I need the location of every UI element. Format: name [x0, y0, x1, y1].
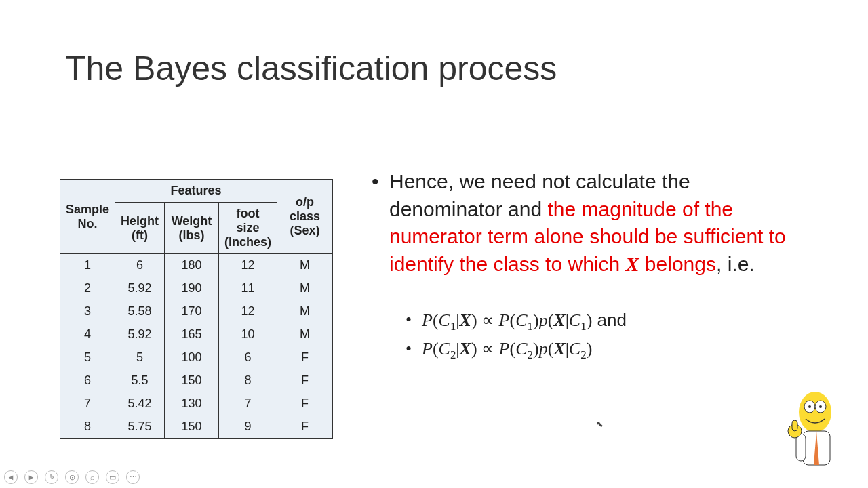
text-part-3: , i.e. [716, 253, 755, 275]
cell-weight: 130 [165, 392, 219, 415]
cell-no: 2 [60, 277, 115, 300]
col-foot: foot size (inches) [219, 203, 277, 254]
cell-foot: 9 [219, 415, 277, 439]
pen-tool-button[interactable]: ✎ [45, 470, 58, 484]
col-sample: Sample No. [60, 180, 115, 254]
cell-foot: 12 [219, 300, 277, 323]
col-weight: Weight (lbs) [165, 203, 219, 254]
next-slide-button[interactable]: ► [24, 470, 38, 484]
cell-no: 3 [60, 300, 115, 323]
cell-no: 6 [60, 369, 115, 392]
cell-foot: 7 [219, 392, 277, 415]
cell-no: 1 [60, 254, 115, 277]
cell-cls: F [277, 369, 333, 392]
cell-height: 5.75 [115, 415, 165, 439]
table-row: 45.9216510M [60, 323, 333, 346]
cell-height: 5 [115, 346, 165, 369]
cell-weight: 165 [165, 323, 219, 346]
zoom-button[interactable]: ⌕ [85, 470, 99, 484]
equation-2: P(C2|X) ∝ P(C2)p(X|C2) [406, 336, 806, 364]
cell-cls: M [277, 323, 333, 346]
cell-cls: F [277, 415, 333, 439]
table-row: 65.51508F [60, 369, 333, 392]
cell-weight: 150 [165, 415, 219, 439]
prev-slide-button[interactable]: ◄ [4, 470, 18, 484]
col-height: Height (ft) [115, 203, 165, 254]
svg-rect-8 [792, 420, 797, 431]
cell-no: 5 [60, 346, 115, 369]
slide-title: The Bayes classification process [65, 49, 557, 88]
cell-foot: 12 [219, 254, 277, 277]
data-table: Sample No. Features o/p class (Sex) Heig… [60, 179, 333, 439]
table-row: 75.421307F [60, 392, 333, 415]
mouse-cursor-icon: ⬉ [596, 419, 604, 429]
col-class: o/p class (Sex) [277, 180, 333, 254]
cell-height: 5.42 [115, 392, 165, 415]
cell-height: 5.92 [115, 323, 165, 346]
cell-weight: 100 [165, 346, 219, 369]
laser-pointer-button[interactable]: ⊙ [65, 470, 79, 484]
svg-point-4 [819, 405, 822, 408]
cell-foot: 11 [219, 277, 277, 300]
cell-height: 5.5 [115, 369, 165, 392]
cell-weight: 190 [165, 277, 219, 300]
cell-foot: 8 [219, 369, 277, 392]
explanation-text: Hence, we need not calculate the denomin… [372, 168, 806, 365]
cell-height: 5.92 [115, 277, 165, 300]
table-row: 551006F [60, 346, 333, 369]
table-row: 1618012M [60, 254, 333, 277]
cell-cls: F [277, 392, 333, 415]
bullet-paragraph: Hence, we need not calculate the denomin… [372, 168, 806, 278]
table-header-row-1: Sample No. Features o/p class (Sex) [60, 180, 333, 203]
cartoon-character-icon [776, 386, 844, 477]
slide: The Bayes classification process Sample … [0, 0, 868, 488]
table-row: 25.9219011M [60, 277, 333, 300]
cell-weight: 170 [165, 300, 219, 323]
svg-rect-6 [796, 434, 806, 461]
cell-cls: M [277, 277, 333, 300]
cell-height: 5.58 [115, 300, 165, 323]
col-features: Features [115, 180, 277, 203]
more-options-button[interactable]: ⋯ [126, 470, 140, 484]
cell-no: 4 [60, 323, 115, 346]
presenter-toolbar: ◄ ► ✎ ⊙ ⌕ ▭ ⋯ [4, 470, 140, 484]
svg-point-0 [799, 392, 831, 432]
cell-cls: M [277, 254, 333, 277]
cell-weight: 150 [165, 369, 219, 392]
cell-cls: M [277, 300, 333, 323]
view-all-slides-button[interactable]: ▭ [106, 470, 119, 484]
table-row: 85.751509F [60, 415, 333, 439]
table-row: 35.5817012M [60, 300, 333, 323]
cell-cls: F [277, 346, 333, 369]
svg-point-3 [808, 405, 811, 408]
cell-weight: 180 [165, 254, 219, 277]
cell-height: 6 [115, 254, 165, 277]
cell-no: 7 [60, 392, 115, 415]
equation-1: P(C1|X) ∝ P(C1)p(X|C1) and [406, 306, 806, 336]
cell-no: 8 [60, 415, 115, 439]
cell-foot: 6 [219, 346, 277, 369]
equation-list: P(C1|X) ∝ P(C1)p(X|C1) and P(C2|X) ∝ P(C… [406, 306, 806, 365]
cell-foot: 10 [219, 323, 277, 346]
